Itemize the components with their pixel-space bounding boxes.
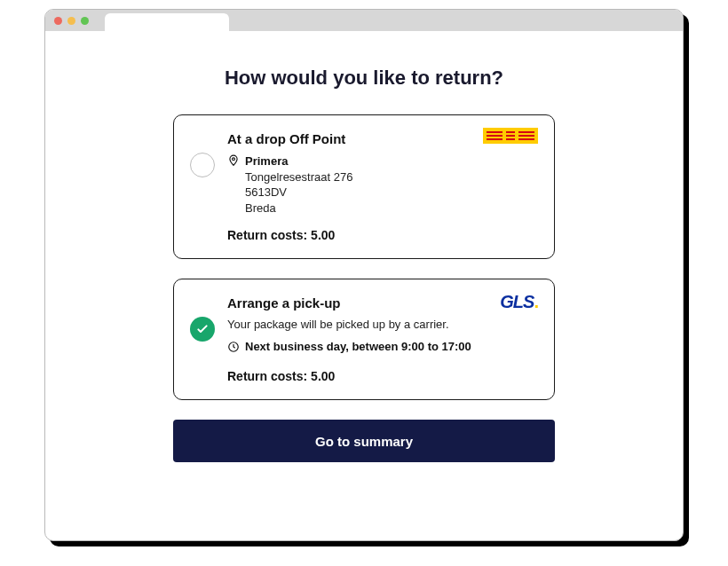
dropoff-location-row: Primera Tongelresestraat 276 5613DV Bred… (227, 153, 536, 216)
check-icon (195, 322, 210, 336)
gls-logo-text: GLS (500, 292, 534, 311)
pickup-slot: Next business day, between 9:00 to 17:00 (245, 340, 471, 353)
dropoff-address: Primera Tongelresestraat 276 5613DV Bred… (245, 153, 352, 216)
return-option-pickup[interactable]: Arrange a pick-up Your package will be p… (173, 279, 555, 400)
dhl-logo-icon (483, 128, 538, 144)
gls-logo-dot: . (534, 292, 538, 311)
pin-icon (227, 154, 240, 170)
pickup-description: Your package will be picked up by a carr… (227, 318, 536, 331)
svg-point-0 (233, 158, 235, 161)
dhl-logo (483, 128, 538, 144)
location-street: Tongelresestraat 276 (245, 169, 352, 185)
gls-logo: GLS. (500, 292, 538, 312)
radio-dropoff[interactable] (190, 153, 215, 177)
pickup-slot-row: Next business day, between 9:00 to 17:00 (227, 340, 536, 357)
window-titlebar (45, 10, 683, 31)
location-postal: 5613DV (245, 185, 352, 200)
dropoff-body: At a drop Off Point Primera Tongelresest… (227, 131, 536, 242)
go-to-summary-button[interactable]: Go to summary (173, 420, 555, 462)
pickup-body: Arrange a pick-up Your package will be p… (227, 295, 536, 383)
location-city: Breda (245, 200, 352, 216)
window-close-icon[interactable] (54, 17, 62, 25)
browser-window: How would you like to return? At a drop … (44, 9, 684, 541)
location-name: Primera (245, 153, 352, 169)
clock-icon (227, 341, 240, 357)
return-option-dropoff[interactable]: At a drop Off Point Primera Tongelresest… (173, 114, 555, 259)
window-minimize-icon[interactable] (67, 17, 75, 25)
window-maximize-icon[interactable] (81, 17, 89, 25)
pickup-cost: Return costs: 5.00 (227, 369, 536, 383)
pickup-title: Arrange a pick-up (227, 295, 536, 311)
radio-pickup[interactable] (190, 317, 215, 342)
browser-tab[interactable] (105, 13, 229, 31)
dropoff-cost: Return costs: 5.00 (227, 228, 536, 242)
page-title: How would you like to return? (225, 67, 503, 90)
page-content: How would you like to return? At a drop … (45, 31, 683, 489)
